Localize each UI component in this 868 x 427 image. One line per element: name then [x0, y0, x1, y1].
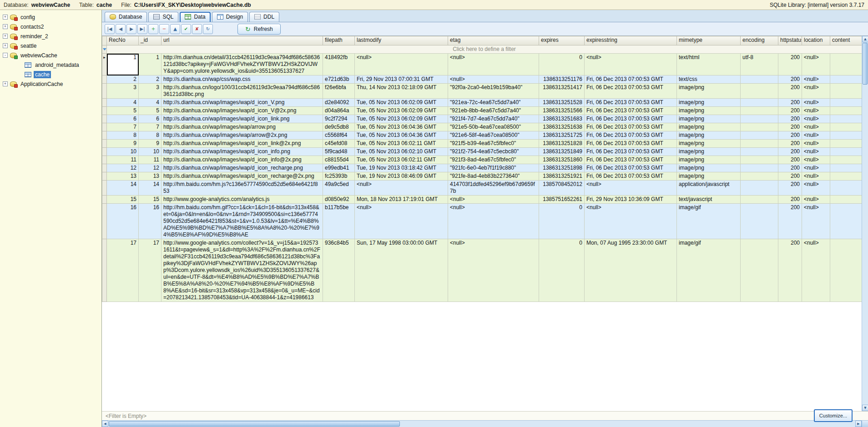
cell-filepath[interactable]: 418492fb	[323, 54, 355, 75]
cell-lastmodify[interactable]: Tue, 05 Nov 2013 06:02:11 GMT	[355, 156, 448, 164]
cell-mimetype[interactable]: image/gif	[677, 239, 741, 302]
cell-mimetype[interactable]: image/png	[677, 107, 741, 115]
cell-expires[interactable]: 1386313251417	[539, 84, 585, 99]
cell-expiresstring[interactable]: <null>	[585, 54, 677, 75]
cell-recno[interactable]: 10	[107, 148, 139, 156]
cell-httpstatus[interactable]: 200	[778, 239, 802, 302]
cell-location[interactable]: <null>	[802, 123, 830, 131]
cell-content[interactable]	[830, 156, 862, 164]
cell-etag[interactable]: <null>	[448, 239, 539, 302]
cell-id[interactable]: 5	[139, 107, 161, 115]
cell-etag[interactable]: "921fe-8ad-4eb83b2273640"	[448, 172, 539, 181]
cell-filepath[interactable]: f26e6bfa	[323, 84, 355, 99]
column-header-etag[interactable]: etag	[448, 36, 539, 45]
cell-encoding[interactable]	[741, 181, 778, 196]
tab-data[interactable]: Data	[180, 12, 210, 22]
cell-recno[interactable]: 5	[107, 107, 139, 115]
cell-mimetype[interactable]: image/png	[677, 84, 741, 99]
cell-filepath[interactable]: de9c5db8	[323, 123, 355, 131]
cell-lastmodify[interactable]: <null>	[355, 204, 448, 239]
cell-id[interactable]: 4	[139, 99, 161, 107]
cell-filepath[interactable]: e721d63b	[323, 75, 355, 84]
column-header-recno[interactable]: RecNo	[107, 36, 139, 45]
scroll-right-icon[interactable]: ▶	[855, 421, 862, 427]
cell-httpstatus[interactable]: 200	[778, 140, 802, 148]
cell-lastmodify[interactable]: <null>	[355, 181, 448, 196]
cell-location[interactable]: <null>	[802, 84, 830, 99]
cell-mimetype[interactable]: image/png	[677, 156, 741, 164]
cell-mimetype[interactable]: image/png	[677, 148, 741, 156]
cell-id[interactable]: 15	[139, 196, 161, 204]
cell-etag[interactable]: <null>	[448, 54, 539, 75]
cell-content[interactable]	[830, 181, 862, 196]
cell-content[interactable]	[830, 84, 862, 99]
cell-lastmodify[interactable]: <null>	[355, 54, 448, 75]
cell-location[interactable]: <null>	[802, 172, 830, 181]
scroll-down-icon[interactable]: ▼	[862, 405, 868, 411]
sidebar-item-webviewcache[interactable]: -webviewCache	[0, 50, 101, 60]
cell-mimetype[interactable]: image/png	[677, 131, 741, 140]
cell-id[interactable]: 16	[139, 204, 161, 239]
cell-httpstatus[interactable]: 200	[778, 123, 802, 131]
horizontal-scroll-thumb[interactable]	[109, 421, 400, 427]
cell-content[interactable]	[830, 107, 862, 115]
cell-content[interactable]	[830, 239, 862, 302]
cell-filepath[interactable]: d0850e92	[323, 196, 355, 204]
cell-etag[interactable]: "921f5-b39-4ea67c5fbfec0"	[448, 140, 539, 148]
cell-httpstatus[interactable]: 200	[778, 84, 802, 99]
sidebar-item-config[interactable]: +config	[0, 12, 101, 22]
cell-location[interactable]: <null>	[802, 204, 830, 239]
cell-etag[interactable]: "92f0a-2ca0-4eb19b159ba40"	[448, 84, 539, 99]
cell-id[interactable]: 14	[139, 181, 161, 196]
cell-id[interactable]: 7	[139, 123, 161, 131]
cell-etag[interactable]: "921fc-6e0-4eb7f1f19c880"	[448, 164, 539, 172]
cell-filepath[interactable]: 9c2f7294	[323, 115, 355, 123]
cell-filepath[interactable]: c5568f64	[323, 131, 355, 140]
refresh-data-button[interactable]: ↻	[203, 24, 213, 34]
column-header-id[interactable]: _id	[139, 36, 161, 45]
cell-mimetype[interactable]: text/html	[677, 54, 741, 75]
horizontal-scroll-track[interactable]	[400, 421, 855, 427]
cell-lastmodify[interactable]: Tue, 05 Nov 2013 06:02:10 GMT	[355, 148, 448, 156]
cell-url[interactable]: http://s.dianhua.cn/wap/images/wap/d_ico…	[161, 115, 323, 123]
cell-encoding[interactable]	[741, 75, 778, 84]
cell-url[interactable]: http://hm.baidu.com/hm.js?c136e57774590c…	[161, 181, 323, 196]
cell-url[interactable]: http://s.dianhua.cn/wap/images/wap/d_ico…	[161, 156, 323, 164]
cell-expires[interactable]: 0	[539, 239, 585, 302]
cell-httpstatus[interactable]: 200	[778, 204, 802, 239]
cell-url[interactable]: http://s.dianhua.cn/wap/images/wap/arrow…	[161, 131, 323, 140]
cell-httpstatus[interactable]: 200	[778, 196, 802, 204]
cell-expiresstring[interactable]: <null>	[585, 181, 677, 196]
column-header-content[interactable]: content	[830, 36, 862, 45]
cell-expiresstring[interactable]: Fri, 06 Dec 2013 07:00:53 GMT	[585, 148, 677, 156]
cell-id[interactable]: 8	[139, 131, 161, 140]
cell-lastmodify[interactable]: Tue, 05 Nov 2013 06:02:09 GMT	[355, 99, 448, 107]
vertical-scroll-track[interactable]	[862, 85, 868, 405]
cell-expires[interactable]: 1386313251921	[539, 172, 585, 181]
tab-design[interactable]: Design	[212, 12, 248, 22]
cell-recno[interactable]: 2	[107, 75, 139, 84]
cell-id[interactable]: 13	[139, 172, 161, 181]
cell-lastmodify[interactable]: Tue, 19 Nov 2013 08:46:09 GMT	[355, 172, 448, 181]
tree-expander-icon[interactable]: +	[3, 24, 8, 29]
cell-expiresstring[interactable]: Fri, 06 Dec 2013 07:00:53 GMT	[585, 107, 677, 115]
cell-httpstatus[interactable]: 200	[778, 54, 802, 75]
cell-id[interactable]: 2	[139, 75, 161, 84]
cell-expiresstring[interactable]: Fri, 06 Dec 2013 07:00:53 GMT	[585, 99, 677, 107]
cell-recno[interactable]: 7	[107, 123, 139, 131]
cell-lastmodify[interactable]: Tue, 05 Nov 2013 06:04:36 GMT	[355, 123, 448, 131]
cell-httpstatus[interactable]: 200	[778, 156, 802, 164]
cell-encoding[interactable]	[741, 204, 778, 239]
sidebar-item-applicationcache[interactable]: +ApplicationCache	[0, 79, 101, 89]
cell-id[interactable]: 3	[139, 84, 161, 99]
cell-id[interactable]: 17	[139, 239, 161, 302]
cell-encoding[interactable]: utf-8	[741, 54, 778, 75]
cell-httpstatus[interactable]: 200	[778, 172, 802, 181]
cell-content[interactable]	[830, 123, 862, 131]
cell-httpstatus[interactable]: 200	[778, 181, 802, 196]
cell-expires[interactable]: 1385708452012	[539, 181, 585, 196]
cell-filepath[interactable]: d2e84092	[323, 99, 355, 107]
cell-recno[interactable]: 6	[107, 115, 139, 123]
cell-recno[interactable]: 1	[107, 54, 139, 75]
cell-lastmodify[interactable]: Tue, 05 Nov 2013 06:02:11 GMT	[355, 140, 448, 148]
